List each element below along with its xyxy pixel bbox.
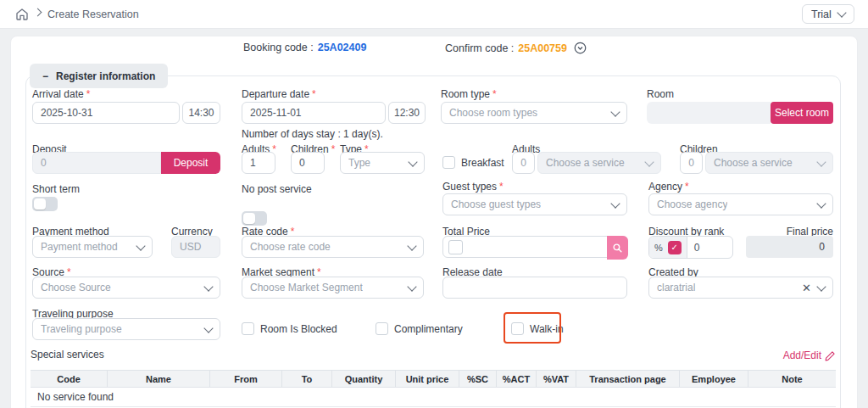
toggle-knob xyxy=(34,198,46,210)
chevron-down-icon xyxy=(610,107,620,116)
market-segment-select[interactable]: Choose Market Segment xyxy=(242,277,424,299)
children-input[interactable]: 0 xyxy=(291,152,325,174)
percent-checkbox-checked[interactable]: ✓ xyxy=(668,241,682,254)
total-price-checkbox[interactable] xyxy=(448,240,463,254)
add-edit-link[interactable]: Add/Edit xyxy=(763,349,836,361)
type-select[interactable]: Type xyxy=(340,152,425,174)
room-type-label: Room type* xyxy=(441,88,497,100)
home-icon[interactable] xyxy=(15,8,29,21)
environment-label: Trial xyxy=(811,8,832,20)
discount-unit-segment: % ✓ xyxy=(649,237,687,258)
source-select[interactable]: Choose Source xyxy=(32,277,220,299)
collapse-icon: − xyxy=(42,70,48,82)
agency-select[interactable]: Choose agency xyxy=(648,193,833,215)
services-empty-row: No service found xyxy=(31,388,836,407)
agency-label: Agency* xyxy=(648,181,689,193)
arrival-time-input[interactable]: 14:30 xyxy=(182,102,220,124)
walk-in-label: Walk-in xyxy=(530,323,564,335)
arrival-date-label: Arrival date* xyxy=(32,88,90,100)
room-input xyxy=(647,102,771,124)
adults-input[interactable]: 1 xyxy=(242,152,275,174)
register-tab-label: Register information xyxy=(56,70,155,82)
room-label: Room xyxy=(647,88,674,100)
breadcrumb-separator-icon xyxy=(34,8,42,17)
chevron-down-icon xyxy=(837,8,846,17)
topbar: Create Reservation Trial xyxy=(0,0,868,29)
pencil-icon xyxy=(825,350,836,361)
room-is-blocked-checkbox[interactable] xyxy=(242,322,254,335)
toggle-knob xyxy=(243,213,255,224)
service-children-select: Choose a service xyxy=(705,152,833,174)
confirm-code: Confirm code : 25A00759 xyxy=(445,42,587,54)
select-room-button[interactable]: Select room xyxy=(771,102,833,124)
percent-label: % xyxy=(654,243,663,253)
discount-value-input[interactable]: 0 xyxy=(687,237,700,258)
chevron-down-icon xyxy=(610,198,620,208)
chevron-down-icon xyxy=(644,157,654,166)
departure-time-input[interactable]: 12:30 xyxy=(388,102,426,124)
rate-code-select[interactable]: Choose rate code xyxy=(242,236,424,258)
room-type-select[interactable]: Choose room types xyxy=(441,102,627,124)
booking-code: Booking code : 25A02409 xyxy=(243,42,366,53)
search-icon xyxy=(612,243,623,254)
no-post-service-label: No post service xyxy=(242,183,312,195)
release-date-input[interactable] xyxy=(442,277,627,299)
currency-input: USD xyxy=(171,236,220,258)
chevron-down-icon xyxy=(136,241,145,250)
confirm-code-value: 25A00759 xyxy=(518,42,567,54)
created-by-select[interactable]: claratrial xyxy=(648,277,833,299)
deposit-button[interactable]: Deposit xyxy=(161,152,220,174)
chevron-down-icon xyxy=(816,282,826,291)
complimentary-label: Complimentary xyxy=(394,323,463,335)
chevron-down-icon xyxy=(407,241,416,250)
chevron-down-icon xyxy=(407,282,416,291)
complimentary-checkbox[interactable] xyxy=(376,322,388,335)
traveling-purpose-select[interactable]: Traveling purpose xyxy=(32,318,220,340)
breakfast-label: Breakfast xyxy=(461,157,504,169)
chevron-down-icon xyxy=(816,157,826,166)
no-post-service-toggle[interactable] xyxy=(242,211,267,226)
chevron-down-icon xyxy=(408,157,417,166)
stay-duration-note: Number of days stay : 1 day(s). xyxy=(242,128,383,140)
walk-in-checkbox[interactable] xyxy=(511,322,524,335)
departure-date-label: Departure date* xyxy=(242,88,316,100)
payment-method-select[interactable]: Payment method xyxy=(32,236,153,258)
booking-code-value: 25A02409 xyxy=(318,42,367,53)
price-search-button[interactable] xyxy=(607,236,628,260)
arrival-date-input[interactable]: 2025-10-31 xyxy=(32,102,180,124)
clear-icon[interactable] xyxy=(802,282,811,294)
deposit-input: 0 xyxy=(32,152,161,174)
room-is-blocked-label: Room Is Blocked xyxy=(260,323,337,335)
create-reservation-screen: Create Reservation Trial − Register info… xyxy=(0,0,868,408)
discount-group: % ✓ 0 xyxy=(648,236,733,259)
service-children-count-input[interactable]: 0 xyxy=(680,152,703,174)
environment-dropdown[interactable]: Trial xyxy=(802,4,854,24)
breakfast-checkbox[interactable] xyxy=(442,156,455,169)
final-price-value: 0 xyxy=(746,236,833,258)
short-term-toggle[interactable] xyxy=(32,197,58,211)
register-information-tab[interactable]: − Register information xyxy=(30,64,168,88)
departure-date-input[interactable]: 2025-11-01 xyxy=(242,102,386,124)
short-term-label: Short term xyxy=(32,183,80,195)
check-icon: ✓ xyxy=(671,243,678,252)
breadcrumb[interactable]: Create Reservation xyxy=(47,8,139,20)
circle-chevron-down-icon[interactable] xyxy=(574,42,587,54)
special-services-title: Special services xyxy=(31,349,104,360)
service-adults-count-input[interactable]: 0 xyxy=(512,152,535,174)
chevron-down-icon xyxy=(816,198,826,208)
total-price-input[interactable] xyxy=(442,236,628,258)
guest-types-select[interactable]: Choose guest types xyxy=(442,193,627,215)
guest-types-label: Guest types* xyxy=(442,181,504,193)
service-adults-select: Choose a service xyxy=(537,152,661,174)
chevron-down-icon xyxy=(203,323,213,333)
chevron-down-icon xyxy=(203,282,213,291)
services-table-header: Code Name From To Quantity Unit price %S… xyxy=(31,370,836,388)
